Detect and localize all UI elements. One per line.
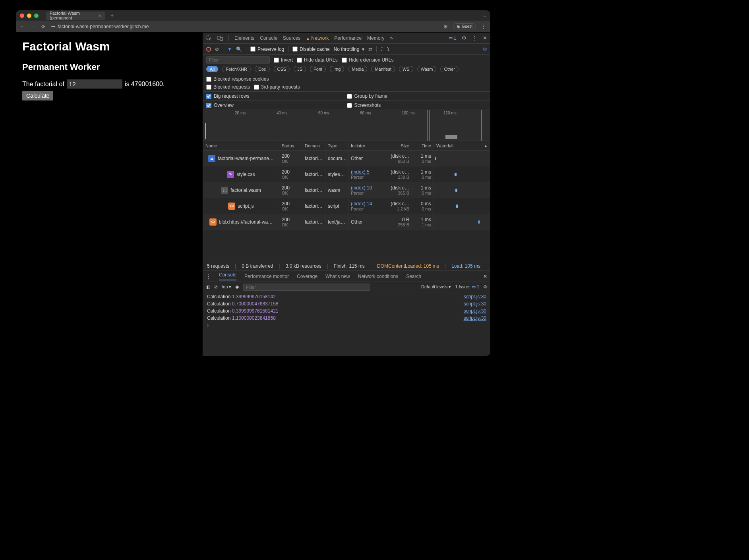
import-icon[interactable]: ⤴ (381, 46, 383, 52)
tab-overflow-icon[interactable]: ⌄ (483, 13, 486, 18)
col-domain[interactable]: Domain (302, 143, 325, 148)
invert-checkbox[interactable]: Invert (274, 57, 293, 63)
col-waterfall[interactable]: Waterfall▲ (434, 143, 490, 148)
devtools-close-icon[interactable]: ✕ (483, 35, 487, 41)
export-icon[interactable]: ⤵ (387, 46, 389, 52)
col-name[interactable]: Name (203, 143, 279, 148)
console-output[interactable]: Calculation 1.399999976158142script.js:3… (203, 292, 490, 356)
close-tab-icon[interactable]: ✕ (98, 14, 101, 18)
console-issues-label[interactable]: 1 Issue: ▭ 1 (455, 284, 479, 290)
drawer-tab-coverage[interactable]: Coverage (297, 274, 317, 279)
drawer-close-icon[interactable]: ✕ (483, 274, 487, 279)
tab-sources[interactable]: Sources (283, 35, 300, 41)
drawer-tab-whatsnew[interactable]: What's new (325, 274, 350, 279)
forward-icon[interactable]: → (30, 24, 36, 29)
console-live-icon[interactable]: ◉ (235, 284, 239, 290)
chip-img[interactable]: Img (330, 66, 344, 72)
chip-wasm[interactable]: Wasm (417, 66, 437, 72)
tab-console[interactable]: Console (260, 35, 277, 41)
console-levels-select[interactable]: Default levels ▾ (421, 284, 451, 290)
group-frame-checkbox[interactable]: Group by frame (347, 93, 488, 99)
preserve-log-checkbox[interactable]: Preserve log (250, 46, 284, 52)
console-context-select[interactable]: top ▾ (222, 284, 231, 290)
record-button[interactable] (206, 47, 211, 52)
zoom-icon[interactable]: ⊕ (443, 23, 448, 29)
hide-data-urls-checkbox[interactable]: Hide data URLs (297, 57, 338, 63)
console-clear-icon[interactable]: ⊘ (214, 284, 218, 290)
window-minimize-icon[interactable] (27, 14, 31, 18)
source-link[interactable]: script.js:30 (464, 315, 486, 321)
chip-other[interactable]: Other (440, 66, 459, 72)
clear-icon[interactable]: ⊘ (215, 46, 219, 52)
chip-doc[interactable]: Doc (255, 66, 270, 72)
col-type[interactable]: Type (325, 143, 348, 148)
console-sidebar-icon[interactable]: ◧ (206, 284, 210, 290)
chip-css[interactable]: CSS (274, 66, 290, 72)
drawer-menu-icon[interactable]: ⋮ (206, 274, 211, 279)
throttling-select[interactable]: No throttling ▾ (334, 46, 364, 52)
network-conditions-icon[interactable]: ⇄ (368, 46, 372, 52)
console-prompt[interactable]: › (203, 322, 490, 329)
big-rows-checkbox[interactable]: Big request rows (206, 93, 347, 99)
new-tab-button[interactable]: + (110, 12, 114, 19)
site-info-icon[interactable]: ⊶ (51, 24, 55, 29)
source-link[interactable]: script.js:30 (464, 308, 486, 314)
chip-font[interactable]: Font (310, 66, 326, 72)
window-maximize-icon[interactable] (34, 14, 39, 18)
drawer-tab-perfmon[interactable]: Performance monitor (244, 274, 289, 279)
factorial-input[interactable] (67, 79, 122, 89)
console-filter-input[interactable] (243, 284, 370, 291)
col-time[interactable]: Time (412, 143, 434, 148)
blocked-requests-checkbox[interactable]: Blocked requests (206, 84, 250, 90)
network-table[interactable]: Name Status Domain Type Initiator Size T… (203, 141, 490, 261)
tab-performance[interactable]: Performance (334, 35, 362, 41)
device-icon[interactable] (217, 35, 223, 41)
table-row[interactable]: <>blob:https://factorial-wa…200OKfactori… (203, 214, 490, 230)
chip-js[interactable]: JS (294, 66, 306, 72)
chip-ws[interactable]: WS (399, 66, 413, 72)
browser-tab[interactable]: Factorial Wasm (permanent ✕ (46, 12, 105, 20)
issues-badge[interactable]: ▭ 1 (449, 35, 456, 41)
browser-menu-icon[interactable]: ⋮ (481, 24, 486, 29)
tab-memory[interactable]: Memory (367, 35, 384, 41)
calculate-button[interactable]: Calculate (22, 91, 53, 100)
col-size[interactable]: Size (388, 143, 412, 148)
blocked-cookies-checkbox[interactable]: Blocked response cookies (206, 76, 269, 82)
back-icon[interactable]: ← (20, 24, 25, 29)
tab-network[interactable]: ▲ Network (306, 35, 329, 41)
chip-media[interactable]: Media (348, 66, 367, 72)
chip-manifest[interactable]: Manifest (371, 66, 395, 72)
filter-icon[interactable]: ▼ (227, 46, 232, 52)
window-close-icon[interactable] (20, 14, 24, 18)
hide-extension-urls-checkbox[interactable]: Hide extension URLs (342, 57, 394, 63)
profile-button[interactable]: ◉ Guest (453, 23, 476, 29)
table-row[interactable]: ≣factorial-wasm-permane…200OKfactori…doc… (203, 151, 490, 166)
source-link[interactable]: script.js:30 (464, 294, 486, 299)
table-row[interactable]: <>script.js200OKfactori…script(index):14… (203, 198, 490, 214)
chip-all[interactable]: All (206, 66, 218, 72)
table-row[interactable]: ✎style.css200OKfactori…styles…(index):5P… (203, 166, 490, 182)
table-row[interactable]: ⬚factorial.wasm200OKfactori…wasm(index):… (203, 182, 490, 198)
reload-icon[interactable]: ⟳ (41, 24, 46, 29)
console-settings-icon[interactable]: ⚙ (483, 284, 487, 290)
tab-elements[interactable]: Elements (234, 35, 254, 41)
settings-icon[interactable]: ⚙ (462, 35, 466, 41)
drawer-tab-search[interactable]: Search (406, 274, 421, 279)
more-tabs-icon[interactable]: » (390, 35, 393, 41)
search-icon[interactable]: 🔍 (236, 46, 242, 52)
drawer-tab-console[interactable]: Console (219, 272, 236, 280)
col-status[interactable]: Status (279, 143, 302, 148)
third-party-checkbox[interactable]: 3rd-party requests (254, 84, 300, 90)
network-settings-icon[interactable]: ⚙ (483, 46, 487, 52)
drawer-tab-netcond[interactable]: Network conditions (358, 274, 398, 279)
overview-checkbox[interactable]: Overview (206, 102, 347, 108)
network-timeline[interactable]: 20 ms 40 ms 60 ms 80 ms 100 ms 120 ms (203, 110, 490, 141)
devtools-menu-icon[interactable]: ⋮ (472, 35, 477, 41)
source-link[interactable]: script.js:30 (464, 301, 486, 307)
col-initiator[interactable]: Initiator (348, 143, 388, 148)
chip-fetch[interactable]: Fetch/XHR (222, 66, 251, 72)
disable-cache-checkbox[interactable]: Disable cache (292, 46, 329, 52)
network-filter-input[interactable] (206, 56, 270, 64)
inspect-icon[interactable] (206, 35, 212, 41)
url-field[interactable]: ⊶ factorial-wasm-permanent-worker.glitch… (51, 24, 438, 29)
